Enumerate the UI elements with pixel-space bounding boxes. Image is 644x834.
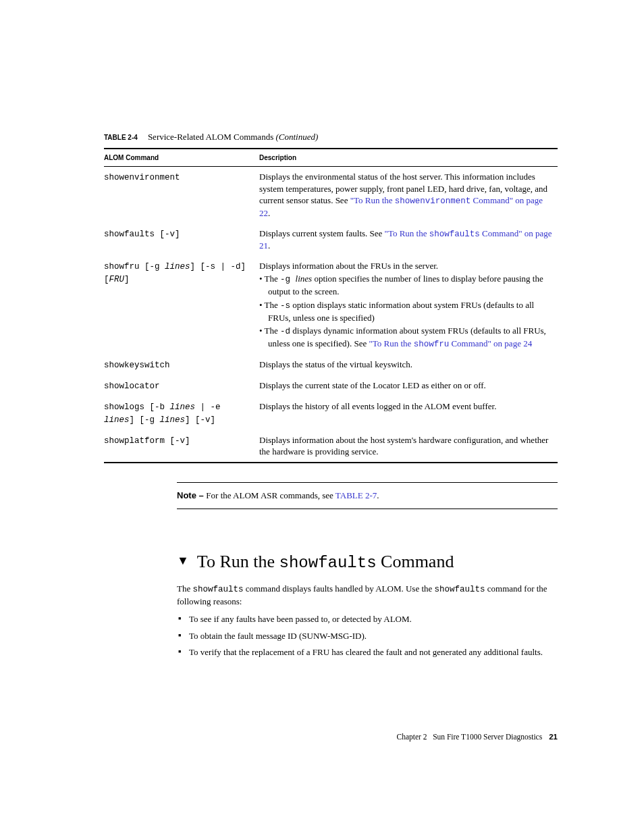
footer-title: Sun Fire T1000 Server Diagnostics bbox=[433, 733, 542, 741]
cmd-cell: showkeyswitch bbox=[104, 355, 259, 375]
desc-cell: Displays the current state of the Locato… bbox=[259, 375, 558, 396]
body-paragraph: The showfaults command displays faults h… bbox=[177, 583, 558, 608]
page-number: 21 bbox=[549, 733, 558, 741]
list-item: The -s option displays static informatio… bbox=[259, 299, 554, 323]
desc-cell: Displays current system faults. See "To … bbox=[259, 224, 558, 256]
table-continued: (Continued) bbox=[275, 132, 318, 142]
link-showfru[interactable]: "To Run the showfru Command" on page 24 bbox=[369, 338, 532, 348]
option-list: The -g lines option specifies the number… bbox=[259, 273, 554, 350]
desc-cell: Displays the status of the virtual keysw… bbox=[259, 355, 558, 375]
cmd-cell: showlocator bbox=[104, 375, 259, 396]
table-caption: TABLE 2-4 Service-Related ALOM Commands … bbox=[104, 132, 558, 142]
table-header-row: ALOM Command Description bbox=[104, 149, 558, 167]
table-number: TABLE 2-4 bbox=[104, 134, 138, 141]
cmd-cell: showenvironment bbox=[104, 167, 259, 224]
note-label: Note – bbox=[177, 490, 206, 500]
desc-cell: Displays information about the host syst… bbox=[259, 430, 558, 463]
cmd-cell: showfru [-g lines] [-s | -d] [FRU] bbox=[104, 256, 259, 355]
page-footer: Chapter 2 Sun Fire T1000 Server Diagnost… bbox=[0, 733, 644, 741]
table-row: showkeyswitch Displays the status of the… bbox=[104, 355, 558, 375]
reasons-list: To see if any faults have been passed to… bbox=[177, 613, 558, 658]
desc-cell: Displays the environmental status of the… bbox=[259, 167, 558, 224]
col-header-description: Description bbox=[259, 149, 558, 167]
cmd-cell: showfaults [-v] bbox=[104, 224, 259, 256]
col-header-command: ALOM Command bbox=[104, 149, 259, 167]
table-row: showplatform [-v] Displays information a… bbox=[104, 430, 558, 463]
link-table-2-7[interactable]: TABLE 2-7 bbox=[336, 490, 377, 500]
commands-table: ALOM Command Description showenvironment… bbox=[104, 148, 558, 463]
table-row: showfaults [-v] Displays current system … bbox=[104, 224, 558, 256]
triangle-down-icon: ▼ bbox=[177, 554, 189, 569]
table-row: showfru [-g lines] [-s | -d] [FRU] Displ… bbox=[104, 256, 558, 355]
table-row: showenvironment Displays the environment… bbox=[104, 167, 558, 224]
cmd-cell: showplatform [-v] bbox=[104, 430, 259, 463]
list-item: To verify that the replacement of a FRU … bbox=[189, 646, 558, 658]
table-title: Service-Related ALOM Commands bbox=[148, 132, 276, 142]
desc-cell: Displays information about the FRUs in t… bbox=[259, 256, 558, 355]
section-heading: ▼ To Run the showfaults Command bbox=[177, 551, 558, 573]
list-item: The -g lines option specifies the number… bbox=[259, 273, 554, 297]
note-block: Note – For the ALOM ASR commands, see TA… bbox=[177, 482, 558, 509]
note-text: For the ALOM ASR commands, see bbox=[206, 490, 336, 500]
list-item: To obtain the fault message ID (SUNW-MSG… bbox=[189, 630, 558, 642]
list-item: To see if any faults have been passed to… bbox=[189, 613, 558, 625]
desc-cell: Displays the history of all events logge… bbox=[259, 396, 558, 430]
page-content: TABLE 2-4 Service-Related ALOM Commands … bbox=[0, 0, 644, 658]
list-item: The -d displays dynamic information abou… bbox=[259, 325, 554, 350]
cmd-cell: showlogs [-b lines | -e lines] [-g lines… bbox=[104, 396, 259, 430]
footer-chapter: Chapter 2 bbox=[396, 733, 427, 741]
table-row: showlocator Displays the current state o… bbox=[104, 375, 558, 396]
table-row: showlogs [-b lines | -e lines] [-g lines… bbox=[104, 396, 558, 430]
